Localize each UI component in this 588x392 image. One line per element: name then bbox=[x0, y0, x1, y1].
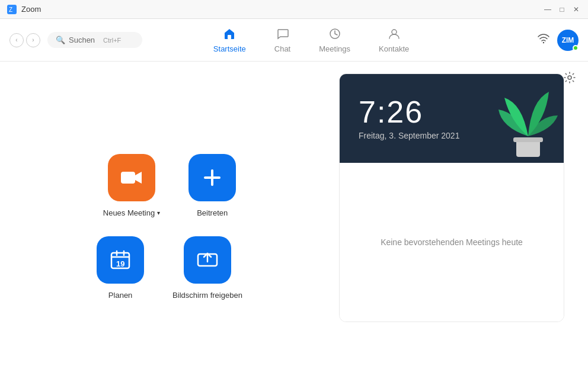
svg-text:Z: Z bbox=[9, 7, 12, 13]
nav-arrows: ‹ › bbox=[9, 33, 40, 47]
tab-contacts[interactable]: Kontakte bbox=[365, 21, 423, 59]
join-button[interactable] bbox=[188, 154, 236, 201]
content-area: Neues Meeting ▾ Beitreten bbox=[0, 62, 588, 392]
search-shortcut: Ctrl+F bbox=[103, 37, 121, 44]
left-panel: Neues Meeting ▾ Beitreten bbox=[0, 73, 339, 380]
tab-meetings-label: Meetings bbox=[319, 44, 350, 53]
svg-text:19: 19 bbox=[116, 259, 124, 268]
search-bar[interactable]: 🔍 Suchen Ctrl+F bbox=[47, 32, 142, 48]
nav-tabs: Startseite Chat Meeti bbox=[199, 21, 423, 59]
close-button[interactable]: ✕ bbox=[571, 5, 581, 14]
new-meeting-label: Neues Meeting bbox=[103, 208, 155, 217]
settings-button[interactable] bbox=[563, 71, 576, 87]
svg-point-4 bbox=[392, 30, 397, 34]
plan-action[interactable]: 19 Planen bbox=[97, 236, 144, 300]
wifi-icon bbox=[537, 32, 550, 48]
back-arrow-button[interactable]: ‹ bbox=[9, 33, 24, 47]
title-bar: Z Zoom — □ ✕ bbox=[0, 0, 588, 19]
join-label: Beitreten bbox=[197, 208, 228, 217]
share-screen-label: Bildschirm freigeben bbox=[172, 291, 242, 300]
calendar-body: Keine bevorstehenden Meetings heute bbox=[340, 163, 564, 322]
plan-label: Planen bbox=[108, 291, 132, 300]
camera-icon bbox=[120, 169, 143, 186]
forward-arrow-button[interactable]: › bbox=[26, 33, 40, 47]
main-window: ‹ › 🔍 Suchen Ctrl+F Startseite bbox=[0, 19, 588, 392]
avatar-button[interactable]: ZIM bbox=[557, 30, 579, 51]
minimize-button[interactable]: — bbox=[543, 5, 552, 14]
contacts-icon bbox=[388, 27, 401, 42]
window-controls: — □ ✕ bbox=[543, 5, 581, 14]
tab-meetings[interactable]: Meetings bbox=[305, 21, 365, 59]
title-bar-left: Z Zoom bbox=[7, 5, 41, 14]
avatar-status-indicator bbox=[573, 45, 579, 51]
calendar-date: Freitag, 3. September 2021 bbox=[359, 131, 459, 140]
search-label: Suchen bbox=[69, 36, 95, 44]
avatar-initials: ZIM bbox=[562, 36, 574, 44]
svg-rect-2 bbox=[228, 35, 231, 39]
calendar-header: 7:26 Freitag, 3. September 2021 bbox=[340, 74, 564, 163]
calendar-card: 7:26 Freitag, 3. September 2021 bbox=[339, 73, 564, 322]
new-meeting-action[interactable]: Neues Meeting ▾ bbox=[103, 154, 160, 217]
tab-home-label: Startseite bbox=[213, 44, 246, 53]
plant-decoration bbox=[493, 74, 564, 163]
home-icon bbox=[223, 27, 236, 42]
tab-home[interactable]: Startseite bbox=[199, 21, 260, 59]
tab-contacts-label: Kontakte bbox=[379, 44, 409, 53]
share-icon bbox=[196, 249, 219, 271]
meetings-icon bbox=[328, 27, 341, 42]
window-title: Zoom bbox=[21, 5, 41, 14]
tab-chat-label: Chat bbox=[274, 44, 290, 53]
svg-rect-7 bbox=[121, 172, 135, 184]
action-row-1: Neues Meeting ▾ Beitreten bbox=[103, 154, 236, 217]
zoom-logo-icon: Z bbox=[7, 5, 17, 14]
calendar-time: 7:26 bbox=[359, 97, 423, 127]
plan-button[interactable]: 19 bbox=[97, 236, 144, 284]
share-screen-action[interactable]: Bildschirm freigeben bbox=[172, 236, 242, 300]
calendar-icon: 19 bbox=[109, 249, 132, 271]
plus-icon bbox=[202, 167, 223, 188]
new-meeting-dropdown-arrow: ▾ bbox=[157, 210, 160, 216]
right-panel: 7:26 Freitag, 3. September 2021 bbox=[339, 73, 564, 380]
new-meeting-button[interactable] bbox=[108, 154, 155, 201]
share-screen-button[interactable] bbox=[184, 236, 231, 284]
svg-rect-17 bbox=[513, 137, 543, 142]
new-meeting-label-row: Neues Meeting ▾ bbox=[103, 208, 160, 217]
svg-point-6 bbox=[568, 76, 571, 79]
chat-icon bbox=[276, 27, 289, 42]
top-bar-right: ZIM bbox=[537, 30, 579, 51]
action-row-2: 19 Planen Bildschirm freigeben bbox=[97, 236, 242, 300]
join-action[interactable]: Beitreten bbox=[188, 154, 236, 217]
maximize-button[interactable]: □ bbox=[557, 5, 567, 14]
tab-chat[interactable]: Chat bbox=[260, 21, 305, 59]
top-bar: ‹ › 🔍 Suchen Ctrl+F Startseite bbox=[0, 19, 588, 62]
search-icon: 🔍 bbox=[56, 36, 65, 44]
svg-point-5 bbox=[543, 42, 544, 43]
no-meetings-text: Keine bevorstehenden Meetings heute bbox=[381, 237, 523, 247]
